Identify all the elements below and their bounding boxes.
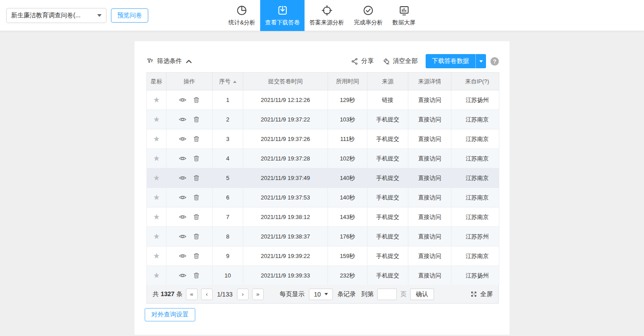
star-icon[interactable]: ★ [153,272,160,279]
table-header-row: 星标操作序号提交答卷时间所用时间来源来源详情来自IP(?) [147,73,499,90]
ip-cell: 江苏苏州 [451,227,499,246]
per-page-select[interactable]: 10 [309,289,333,300]
share-icon [351,58,359,65]
seq-cell: 6 [213,188,243,207]
star-icon[interactable]: ★ [153,116,160,123]
seq-cell: 7 [213,207,243,227]
delete-answer-icon[interactable] [193,194,200,201]
view-answer-icon[interactable] [178,213,187,221]
download-icon [277,4,288,16]
delete-answer-icon[interactable] [193,155,200,162]
view-answer-icon[interactable] [178,135,187,143]
source-detail-cell: 直接访问 [408,168,451,188]
column-header-3[interactable]: 序号 [213,73,243,90]
records-label: 条记录 [337,290,356,298]
view-answer-icon[interactable] [178,193,187,202]
column-header-2: 操作 [166,73,213,90]
view-answer-icon[interactable] [178,232,187,241]
star-icon[interactable]: ★ [153,194,160,201]
table-row: ★12021/11/9 12:12:26129秒链接直接访问江苏扬州 [147,90,499,110]
source-detail-cell: 直接访问 [408,149,451,168]
star-icon[interactable]: ★ [153,174,160,182]
tab-check-circle[interactable]: 完成率分析 [349,0,387,31]
dashboard-icon [398,4,410,16]
first-page-button[interactable]: « [186,289,198,300]
top-bar: 新生廉洁教育调查问卷(... 预览问卷 统计&分析查看下载答卷答案来源分析完成率… [0,0,644,31]
target-icon [321,4,333,16]
column-header-4: 提交答卷时间 [243,73,328,90]
submit-time-cell: 2021/11/9 19:37:53 [243,188,328,207]
source-cell: 手机提交 [367,149,408,168]
external-query-settings-button[interactable]: 对外查询设置 [145,308,195,321]
confirm-button[interactable]: 确认 [410,289,434,300]
delete-answer-icon[interactable] [193,116,200,123]
last-page-button[interactable]: » [252,289,264,300]
tab-target[interactable]: 答案来源分析 [304,0,349,31]
ip-cell: 江苏扬州 [451,90,499,110]
filter-toggle[interactable]: 筛选条件 [146,57,192,65]
responses-panel: 筛选条件 分享 [134,41,510,335]
goto-page-input[interactable] [377,289,397,300]
delete-answer-icon[interactable] [193,272,200,279]
survey-select[interactable]: 新生廉洁教育调查问卷(... [6,8,107,23]
download-options-arrow[interactable] [475,54,486,68]
clear-all-label: 清空全部 [393,57,418,65]
duration-cell: 129秒 [328,90,367,110]
clear-all-button[interactable]: 清空全部 [383,57,418,65]
ip-cell: 江苏南京 [451,168,499,188]
view-answer-icon[interactable] [178,154,187,163]
table-row: ★52021/11/9 19:37:49140秒手机提交直接访问江苏南京 [147,168,499,188]
delete-answer-icon[interactable] [193,233,200,240]
view-answer-icon[interactable] [178,252,187,260]
share-button[interactable]: 分享 [351,57,374,65]
preview-survey-button[interactable]: 预览问卷 [111,8,148,23]
delete-answer-icon[interactable] [193,135,200,143]
view-answer-icon[interactable] [178,115,187,124]
column-header-8: 来自IP(?) [451,73,499,90]
fullscreen-button[interactable]: 全屏 [470,290,493,298]
star-icon[interactable]: ★ [153,252,160,260]
submit-time-cell: 2021/11/9 19:38:37 [243,227,328,246]
tab-label: 数据大屏 [392,19,415,27]
view-answer-icon[interactable] [178,96,187,104]
seq-cell: 2 [213,110,243,129]
source-detail-cell: 直接访问 [408,110,451,129]
tab-label: 答案来源分析 [309,19,344,27]
table-row: ★72021/11/9 19:38:12143秒手机提交直接访问江苏南京 [147,207,499,227]
seq-cell: 9 [213,246,243,266]
table-toolbar: 筛选条件 分享 [146,52,499,70]
filter-label: 筛选条件 [157,57,182,65]
download-split-button: 下载答卷数据 [426,54,486,68]
star-icon[interactable]: ★ [153,233,160,240]
star-icon[interactable]: ★ [153,135,160,143]
duration-cell: 111秒 [328,129,367,149]
next-page-button[interactable]: › [237,289,249,300]
table-row: ★22021/11/9 19:37:22103秒手机提交直接访问江苏南京 [147,110,499,129]
total-count: 共 1327 条 [153,290,182,298]
tab-dashboard[interactable]: 数据大屏 [387,0,420,31]
table-row: ★92021/11/9 19:39:22159秒手机提交直接访问江苏南京 [147,246,499,266]
delete-answer-icon[interactable] [193,96,200,104]
duration-cell: 143秒 [328,207,367,227]
prev-page-button[interactable]: ‹ [201,289,213,300]
delete-answer-icon[interactable] [193,213,200,221]
seq-cell: 1 [213,90,243,110]
download-answers-button[interactable]: 下载答卷数据 [426,54,475,68]
page-suffix-label: 页 [400,290,407,298]
delete-answer-icon[interactable] [193,174,200,182]
help-button[interactable]: ? [490,57,499,66]
submit-time-cell: 2021/11/9 19:38:12 [243,207,328,227]
view-answer-icon[interactable] [178,174,187,182]
star-icon[interactable]: ★ [153,155,160,162]
star-icon[interactable]: ★ [153,213,160,221]
submit-time-cell: 2021/11/9 12:12:26 [243,90,328,110]
tab-download[interactable]: 查看下载答卷 [260,0,304,31]
view-answer-icon[interactable] [178,271,187,280]
source-cell: 手机提交 [367,246,408,266]
tab-pie-chart[interactable]: 统计&分析 [224,0,261,31]
clear-icon [383,58,390,65]
star-icon[interactable]: ★ [153,96,160,104]
goto-label: 到第 [361,290,374,298]
delete-answer-icon[interactable] [193,252,200,260]
source-detail-cell: 直接访问 [408,227,451,246]
